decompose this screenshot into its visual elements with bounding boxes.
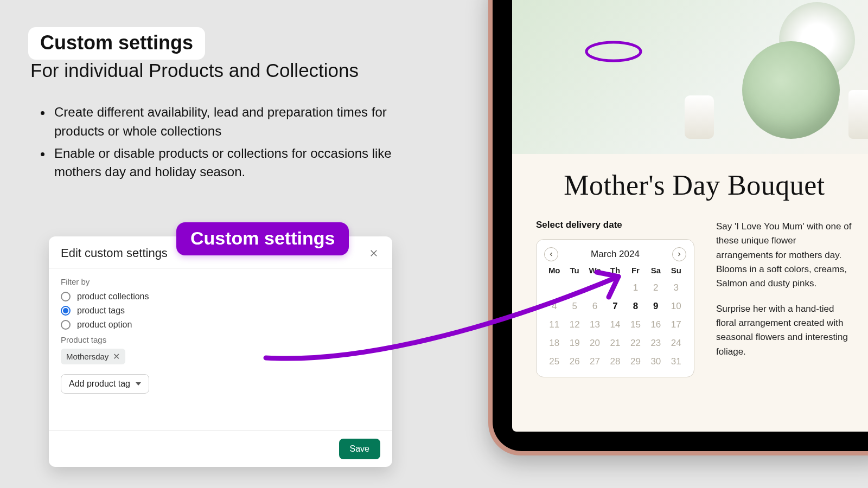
svg-point-0	[586, 42, 641, 61]
calendar-dow: Sa	[646, 266, 666, 275]
calendar-day[interactable]: 27	[585, 356, 605, 367]
radio-icon	[61, 292, 71, 301]
calendar-day[interactable]: 13	[585, 319, 605, 330]
date-highlight-annotation	[584, 40, 643, 63]
close-icon	[369, 248, 379, 258]
product-description: Say 'I Love You Mum' with one of these u…	[716, 220, 853, 377]
tag-chip-label: Mothersday	[66, 352, 108, 361]
calendar-day	[585, 282, 605, 293]
calendar-day[interactable]: 8	[626, 301, 646, 312]
add-tag-label: Add product tag	[69, 379, 130, 389]
prev-month-button[interactable]	[544, 247, 558, 261]
calendar-day	[564, 282, 584, 293]
next-month-button[interactable]	[672, 247, 686, 261]
calendar-dow: Fr	[626, 266, 646, 275]
product-image	[512, 0, 868, 154]
calendar-day[interactable]: 16	[646, 319, 666, 330]
calendar-day[interactable]: 2	[646, 282, 666, 293]
save-button[interactable]: Save	[339, 439, 380, 459]
calendar-dow: Su	[666, 266, 686, 275]
calendar-day[interactable]: 17	[666, 319, 686, 330]
tablet-device: Mother's Day Bouquet Select delivery dat…	[488, 0, 868, 455]
add-product-tag-button[interactable]: Add product tag	[61, 374, 149, 394]
date-picker[interactable]: March 2024 MoTuWeThFrSaSu123456789101112…	[536, 239, 694, 377]
calendar-dow: Tu	[564, 266, 584, 275]
radio-icon	[61, 306, 71, 316]
radio-label: product tags	[77, 306, 125, 316]
calendar-day[interactable]: 9	[646, 301, 666, 312]
custom-settings-chip: Custom settings	[176, 222, 349, 255]
calendar-day[interactable]: 4	[544, 301, 564, 312]
calendar-day[interactable]: 1	[626, 282, 646, 293]
radio-label: product option	[77, 320, 132, 330]
calendar-day[interactable]: 31	[666, 356, 686, 367]
calendar-day[interactable]: 23	[646, 338, 666, 349]
radio-product-tags[interactable]: product tags	[61, 306, 380, 316]
calendar-day	[544, 282, 564, 293]
title-badge: Custom settings	[28, 27, 205, 60]
filter-by-label: Filter by	[61, 277, 380, 286]
calendar-day[interactable]: 29	[626, 356, 646, 367]
select-date-label: Select delivery date	[536, 220, 694, 230]
chevron-down-icon	[136, 382, 141, 386]
calendar-day[interactable]: 10	[666, 301, 686, 312]
calendar-day[interactable]: 21	[605, 338, 625, 349]
calendar-day[interactable]: 15	[626, 319, 646, 330]
product-title: Mother's Day Bouquet	[512, 154, 868, 203]
calendar-day[interactable]: 30	[646, 356, 666, 367]
arrow-left-icon	[548, 251, 554, 258]
feature-bullets: Create different availability, lead and …	[52, 103, 399, 185]
remove-tag-icon[interactable]: ✕	[113, 352, 120, 361]
calendar-day[interactable]: 20	[585, 338, 605, 349]
calendar-day[interactable]: 28	[605, 356, 625, 367]
calendar-day[interactable]: 12	[564, 319, 584, 330]
calendar-day[interactable]: 14	[605, 319, 625, 330]
subtitle: For individual Products and Collections	[30, 60, 359, 81]
calendar-day[interactable]: 26	[564, 356, 584, 367]
calendar-day[interactable]: 19	[564, 338, 584, 349]
calendar-day[interactable]: 7	[605, 301, 625, 312]
radio-label: product collections	[77, 292, 149, 301]
calendar-day[interactable]: 11	[544, 319, 564, 330]
calendar-day[interactable]: 25	[544, 356, 564, 367]
calendar-day	[605, 282, 625, 293]
bullet-item: Create different availability, lead and …	[52, 103, 399, 141]
calendar-day[interactable]: 5	[564, 301, 584, 312]
bullet-item: Enable or disable products or collection…	[52, 144, 399, 182]
modal-title: Edit custom settings	[61, 246, 168, 260]
calendar-day[interactable]: 24	[666, 338, 686, 349]
arrow-right-icon	[676, 251, 682, 258]
product-tags-label: Product tags	[61, 335, 380, 344]
edit-custom-settings-modal: Edit custom settings Filter by product c…	[49, 236, 392, 467]
calendar-day[interactable]: 22	[626, 338, 646, 349]
calendar-dow: Th	[605, 266, 625, 275]
radio-icon	[61, 320, 71, 330]
calendar-day[interactable]: 18	[544, 338, 564, 349]
tag-chip[interactable]: Mothersday ✕	[61, 349, 125, 364]
close-button[interactable]	[367, 247, 380, 260]
calendar-month-label: March 2024	[591, 249, 640, 260]
radio-product-collections[interactable]: product collections	[61, 292, 380, 301]
calendar-dow: We	[585, 266, 605, 275]
calendar-dow: Mo	[544, 266, 564, 275]
calendar-day[interactable]: 3	[666, 282, 686, 293]
radio-product-option[interactable]: product option	[61, 320, 380, 330]
calendar-day[interactable]: 6	[585, 301, 605, 312]
